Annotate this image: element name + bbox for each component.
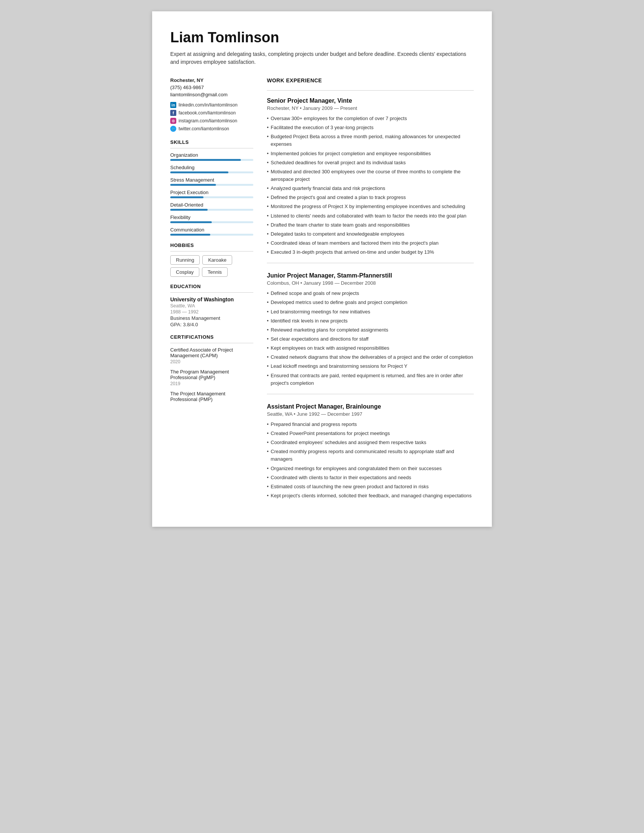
- facebook-label: facebook.com/liamtomlinson: [178, 110, 236, 116]
- facebook-icon: f: [170, 110, 176, 116]
- cert-name: The Program Management Professional (PgM…: [170, 369, 253, 380]
- job-divider: [267, 263, 474, 263]
- job-bullet: Identified risk levels in new projects: [267, 317, 474, 325]
- job-title: Senior Project Manager, Vinte: [267, 97, 474, 104]
- social-links: in linkedin.com/in/liamtomlinson f faceb…: [170, 102, 253, 132]
- job-bullet: Defined scope and goals of new projects: [267, 289, 474, 297]
- social-linkedin[interactable]: in linkedin.com/in/liamtomlinson: [170, 102, 253, 108]
- job-bullet: Coordinated with clients to factor in th…: [267, 474, 474, 481]
- skill-name: Detail-Oriented: [170, 202, 253, 208]
- social-twitter[interactable]: 🐦 twitter.com/liamtomlinson: [170, 126, 253, 132]
- education-divider: [170, 292, 253, 293]
- job-bullet: Created PowerPoint presentations for pro…: [267, 430, 474, 437]
- job-bullet: Lead kickoff meetings and brainstorming …: [267, 362, 474, 370]
- cert-year: 2019: [170, 381, 253, 386]
- job-bullet: Kept project's clients informed, solicit…: [267, 492, 474, 500]
- certification-item: Certified Associate of Project Managemen…: [170, 347, 253, 364]
- candidate-name: Liam Tomlinson: [170, 29, 474, 46]
- social-facebook[interactable]: f facebook.com/liamtomlinson: [170, 110, 253, 116]
- skill-item: Stress Management: [170, 177, 253, 186]
- job-bullet: Estimated costs of launching the new gre…: [267, 483, 474, 490]
- job-meta: Rochester, NY • January 2009 — Present: [267, 105, 474, 111]
- education-label: EDUCATION: [170, 284, 253, 289]
- work-divider-top: [267, 90, 474, 91]
- skill-bar-bg: [170, 209, 253, 211]
- job-bullet: Defined the project's goal and created a…: [267, 194, 474, 201]
- twitter-icon: 🐦: [170, 126, 176, 132]
- certification-item: The Program Management Professional (PgM…: [170, 369, 253, 386]
- job-bullet: Executed 3 in-depth projects that arrive…: [267, 248, 474, 256]
- skill-bar-bg: [170, 234, 253, 236]
- job-bullet: Budgeted Project Beta across a three mon…: [267, 133, 474, 148]
- skills-divider: [170, 148, 253, 148]
- job-bullet: Reviewed marketing plans for completed a…: [267, 326, 474, 334]
- cert-name: The Project Management Professional (PMP…: [170, 391, 253, 402]
- edu-location: Seattle, WA: [170, 303, 253, 309]
- job-bullet: Set clear expectations and directions fo…: [267, 335, 474, 343]
- job-bullet: Created monthly progress reports and com…: [267, 448, 474, 463]
- skill-name: Communication: [170, 227, 253, 233]
- job-item-1: Junior Project Manager, Stamm-Pfannersti…: [267, 272, 474, 394]
- skill-name: Project Execution: [170, 190, 253, 195]
- job-bullet: Coordinated ideas of team members and fa…: [267, 240, 474, 247]
- work-experience-label: WORK EXPERIENCE: [267, 77, 474, 84]
- job-bullet: Organized meetings for employees and con…: [267, 465, 474, 473]
- contact-location: Rochester, NY: [170, 77, 253, 83]
- job-bullet: Developed metrics used to define goals a…: [267, 299, 474, 306]
- social-instagram[interactable]: ◎ instagram.com/liamtomlinson: [170, 118, 253, 124]
- certification-item: The Project Management Professional (PMP…: [170, 391, 253, 402]
- twitter-label: twitter.com/liamtomlinson: [178, 126, 229, 132]
- hobbies-divider: [170, 251, 253, 251]
- skills-list: Organization Scheduling Stress Managemen…: [170, 152, 253, 236]
- skill-bar-fill: [170, 209, 208, 211]
- job-bullet: Kept employees on track with assigned re…: [267, 344, 474, 352]
- skill-bar-bg: [170, 171, 253, 173]
- right-column: WORK EXPERIENCE Senior Project Manager, …: [267, 77, 474, 509]
- edu-field: Business Management: [170, 315, 253, 321]
- hobbies-section: HOBBIES RunningKaroakeCosplayTennis: [170, 243, 253, 277]
- certifications-list: Certified Associate of Project Managemen…: [170, 347, 253, 402]
- job-bullet: Created network diagrams that show the d…: [267, 354, 474, 361]
- job-bullet: Delegated tasks to competent and knowled…: [267, 230, 474, 238]
- job-bullets: Prepared financial and progress reportsC…: [267, 421, 474, 500]
- hobby-tag: Tennis: [202, 267, 228, 277]
- skill-bar-fill: [170, 196, 204, 198]
- skill-name: Flexibility: [170, 214, 253, 220]
- skill-name: Organization: [170, 152, 253, 158]
- job-item-2: Assistant Project Manager, Brainlounge S…: [267, 403, 474, 500]
- job-bullet: Analyzed quarterly financial data and ri…: [267, 185, 474, 192]
- instagram-label: instagram.com/liamtomlinson: [178, 118, 237, 124]
- job-bullet: Ensured that contracts are paid, rented …: [267, 372, 474, 387]
- certifications-label: CERTIFICATIONS: [170, 334, 253, 340]
- contact-section: Rochester, NY (375) 463-9867 liamtomlins…: [170, 77, 253, 97]
- main-layout: Rochester, NY (375) 463-9867 liamtomlins…: [170, 77, 474, 509]
- job-bullet: Facilitated the execution of 3 year-long…: [267, 124, 474, 132]
- job-item-0: Senior Project Manager, Vinte Rochester,…: [267, 97, 474, 263]
- skill-item: Detail-Oriented: [170, 202, 253, 211]
- job-bullet: Coordinated employees' schedules and ass…: [267, 439, 474, 446]
- cert-name: Certified Associate of Project Managemen…: [170, 347, 253, 359]
- job-bullet: Implemented policies for project complet…: [267, 150, 474, 158]
- job-bullet: Monitored the progress of Project X by i…: [267, 203, 474, 210]
- job-divider: [267, 394, 474, 394]
- education-list: University of Washington Seattle, WA 198…: [170, 296, 253, 327]
- skills-label: SKILLS: [170, 139, 253, 145]
- job-title: Junior Project Manager, Stamm-Pfannersti…: [267, 272, 474, 279]
- skill-bar-bg: [170, 184, 253, 186]
- skill-bar-fill: [170, 171, 228, 173]
- header: Liam Tomlinson Expert at assigning and d…: [170, 29, 474, 66]
- hobbies-label: HOBBIES: [170, 243, 253, 248]
- cert-year: 2020: [170, 359, 253, 364]
- skill-item: Scheduling: [170, 165, 253, 173]
- skill-item: Flexibility: [170, 214, 253, 223]
- skill-name: Scheduling: [170, 165, 253, 170]
- skill-item: Organization: [170, 152, 253, 161]
- skill-bar-bg: [170, 196, 253, 198]
- skill-bar-bg: [170, 221, 253, 223]
- left-column: Rochester, NY (375) 463-9867 liamtomlins…: [170, 77, 253, 509]
- education-section: EDUCATION University of Washington Seatt…: [170, 284, 253, 327]
- job-bullets: Defined scope and goals of new projectsD…: [267, 289, 474, 387]
- hobby-tag: Karoake: [202, 255, 232, 265]
- skill-bar-fill: [170, 234, 210, 236]
- contact-phone: (375) 463-9867: [170, 85, 253, 90]
